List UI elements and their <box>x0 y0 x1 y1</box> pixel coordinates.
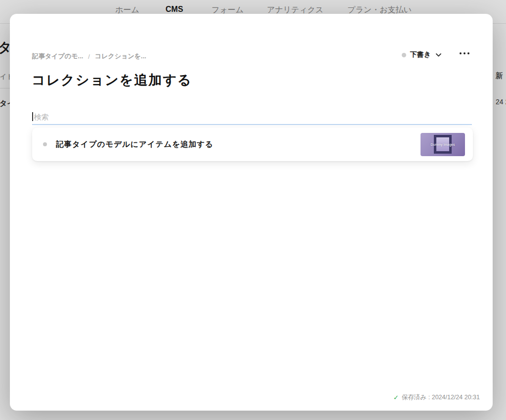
more-options-button[interactable] <box>460 52 469 54</box>
chevron-down-icon <box>436 53 441 57</box>
search-input[interactable] <box>34 113 472 121</box>
item-thumbnail-image: Dummy Images <box>421 133 465 156</box>
save-status: ✓ 保存済み : 2024/12/24 20:31 <box>393 393 480 402</box>
breadcrumb: 記事タイプのモ... / コレクションを... <box>32 52 146 61</box>
check-icon: ✓ <box>393 394 399 401</box>
status-label: 下書き <box>410 50 431 59</box>
ellipsis-icon <box>460 52 462 54</box>
thumbnail-caption: Dummy Images <box>421 143 465 146</box>
text-caret <box>32 112 33 121</box>
screen: ホーム CMS フォーム アナリティクス プラン・お支払い タイ イトル タイ … <box>0 0 506 420</box>
add-collection-modal: 記事タイプのモ... / コレクションを... 下書き コレクションを追加する … <box>10 14 493 411</box>
item-status-dot-icon <box>43 142 47 146</box>
save-status-text: 保存済み : 2024/12/24 20:31 <box>402 393 480 402</box>
status-dot-icon <box>402 53 406 57</box>
breadcrumb-separator: / <box>88 53 90 60</box>
status-dropdown[interactable]: 下書き <box>402 50 441 59</box>
breadcrumb-item-collection[interactable]: コレクションを... <box>95 52 146 61</box>
search-field <box>32 104 472 125</box>
breadcrumb-item-model[interactable]: 記事タイプのモ... <box>32 52 83 61</box>
page-title: コレクションを追加する <box>32 71 192 89</box>
list-item[interactable]: 記事タイプのモデルにアイテムを追加する Dummy Images <box>32 127 473 161</box>
list-item-label: 記事タイプのモデルにアイテムを追加する <box>56 139 213 150</box>
